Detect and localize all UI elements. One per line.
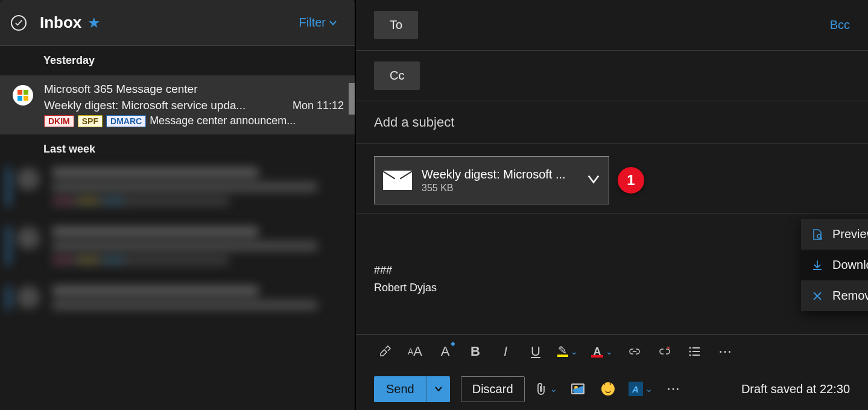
action-bar: Send Discard ⌄ A⌄ ⋯ Draft saved at 22:30 — [356, 368, 868, 410]
group-header-yesterday: Yesterday — [0, 46, 355, 75]
send-label: Send — [374, 376, 426, 402]
emoji-button[interactable] — [598, 379, 618, 399]
mail-subject: Weekly digest: Microsoft service upda... — [44, 99, 246, 112]
compose-pane: To Bcc Cc Weekly digest: Microsoft ... 3… — [355, 0, 868, 410]
mail-text: Microsoft 365 Message center Weekly dige… — [44, 83, 344, 127]
annotation-badge-1: 1 — [618, 167, 644, 194]
send-button[interactable]: Send — [374, 376, 450, 402]
attachments-row: Weekly digest: Microsoft ... 355 KB 1 — [356, 144, 868, 204]
font-color-button[interactable]: A⌄ — [589, 341, 615, 362]
signature-separator: ### — [374, 262, 850, 279]
chevron-down-icon — [434, 385, 443, 393]
select-all-toggle[interactable] — [11, 15, 27, 31]
body-area[interactable]: ### Robert Dyjas — [356, 213, 868, 334]
attachment-name: Weekly digest: Microsoft ... — [422, 168, 577, 181]
close-icon — [811, 291, 824, 301]
unlink-icon — [658, 345, 671, 358]
inbox-header: Inbox ★ Filter — [0, 0, 355, 46]
mail-item[interactable]: Microsoft 365 Message center Weekly dige… — [0, 75, 355, 134]
signature-name: Robert Dyjas — [374, 279, 850, 297]
mail-sender: Microsoft 365 Message center — [44, 83, 344, 96]
attach-button[interactable]: ⌄ — [536, 379, 557, 399]
subject-input[interactable] — [374, 115, 850, 130]
to-row: To Bcc — [356, 0, 868, 51]
formatting-toolbar: AA A◆ B I U ⌄ A⌄ ⋯ — [356, 334, 868, 368]
attachment-card[interactable]: Weekly digest: Microsoft ... 355 KB — [374, 156, 609, 204]
paintbrush-icon — [378, 345, 391, 358]
chevron-down-icon — [587, 172, 600, 186]
preview-icon — [811, 229, 824, 241]
draft-status: Draft saved at 22:30 — [741, 382, 850, 396]
cc-button[interactable]: Cc — [374, 62, 420, 90]
mail-preview: Message center announcem... — [150, 115, 296, 127]
chevron-down-icon: ⌄ — [606, 347, 613, 356]
dkim-badge: DKIM — [44, 115, 74, 127]
font-family-button[interactable]: AA — [404, 341, 426, 362]
attachment-size: 355 KB — [422, 183, 577, 194]
folder-title: Inbox — [40, 13, 81, 32]
insert-image-button[interactable] — [568, 379, 588, 399]
remove-link-button[interactable] — [654, 341, 676, 362]
send-split-button[interactable] — [426, 376, 450, 402]
sender-avatar — [13, 85, 33, 106]
list-item[interactable] — [7, 286, 347, 310]
message-body[interactable]: ### Robert Dyjas — [374, 262, 850, 297]
attachment-dropdown: Preview Download Remove Attachment — [801, 219, 868, 311]
subject-row — [356, 101, 868, 144]
list-icon — [688, 345, 702, 358]
chevron-down-icon — [328, 18, 338, 28]
bullet-list-button[interactable] — [684, 341, 706, 362]
group-header-lastweek: Last week — [0, 134, 355, 164]
chevron-down-icon: ⌄ — [645, 384, 653, 394]
underline-button[interactable]: U — [525, 341, 546, 362]
filter-button[interactable]: Filter — [299, 16, 338, 30]
svg-point-1 — [689, 347, 691, 348]
menu-label: Preview — [832, 227, 868, 241]
attachment-menu-trigger[interactable] — [587, 172, 600, 188]
link-icon — [628, 345, 641, 358]
signature-icon: A — [629, 382, 643, 396]
favorite-star-icon[interactable]: ★ — [87, 14, 101, 31]
check-icon — [14, 19, 23, 27]
menu-download[interactable]: Download — [801, 250, 868, 280]
redacted-mail-list — [0, 168, 355, 310]
menu-remove-attachment[interactable]: Remove Attachment — [801, 280, 868, 311]
mail-list-pane: Inbox ★ Filter Yesterday Microsoft 365 M… — [0, 0, 355, 410]
signature-button[interactable]: A⌄ — [629, 379, 653, 399]
envelope-icon — [383, 171, 412, 190]
font-size-button[interactable]: A◆ — [434, 341, 456, 362]
highlight-button[interactable]: ⌄ — [555, 341, 580, 362]
cc-row: Cc — [356, 51, 868, 101]
to-button[interactable]: To — [374, 11, 418, 39]
highlight-icon — [557, 346, 568, 357]
microsoft-logo-icon — [17, 90, 28, 101]
list-item[interactable] — [7, 168, 347, 206]
more-formatting-button[interactable]: ⋯ — [714, 341, 736, 362]
discard-button[interactable]: Discard — [461, 376, 525, 402]
menu-label: Remove Attachment — [832, 289, 868, 303]
italic-button[interactable]: I — [495, 341, 516, 362]
chevron-down-icon: ⌄ — [571, 347, 578, 356]
scrollbar-thumb[interactable] — [349, 83, 355, 115]
clear-formatting-button[interactable] — [374, 341, 396, 362]
menu-preview[interactable]: Preview — [801, 219, 868, 250]
list-item[interactable] — [7, 227, 347, 265]
emoji-icon — [601, 382, 615, 396]
bcc-button[interactable]: Bcc — [830, 18, 850, 32]
svg-point-2 — [689, 350, 691, 352]
bold-button[interactable]: B — [464, 341, 486, 362]
mail-time: Mon 11:12 — [293, 99, 344, 112]
dmarc-badge: DMARC — [106, 115, 146, 127]
svg-point-3 — [689, 354, 691, 356]
paperclip-icon — [536, 382, 548, 396]
chevron-down-icon: ⌄ — [550, 384, 557, 394]
font-color-icon: A — [591, 345, 603, 358]
insert-link-button[interactable] — [624, 341, 645, 362]
menu-label: Download — [832, 258, 868, 272]
image-icon — [571, 383, 584, 394]
more-actions-button[interactable]: ⋯ — [664, 379, 683, 399]
spf-badge: SPF — [78, 115, 103, 127]
filter-label: Filter — [299, 16, 326, 30]
download-icon — [811, 259, 824, 271]
